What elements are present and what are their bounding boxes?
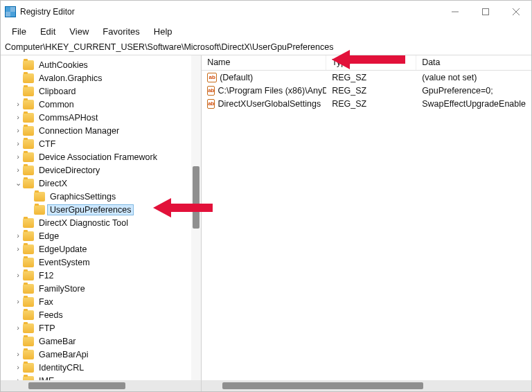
col-header-type[interactable]: Type bbox=[326, 55, 416, 70]
col-header-name[interactable]: Name bbox=[202, 55, 326, 70]
content-area: AuthCookiesAvalon.GraphicsClipboardCommo… bbox=[1, 55, 531, 391]
expander-icon[interactable] bbox=[13, 153, 23, 161]
tree-node[interactable]: IME bbox=[1, 374, 201, 380]
expander-icon[interactable] bbox=[13, 179, 23, 187]
folder-icon bbox=[23, 73, 34, 83]
tree-node-label: Common bbox=[37, 100, 76, 109]
value-data-cell: SwapEffectUpgradeEnable bbox=[416, 99, 531, 109]
menu-help[interactable]: Help bbox=[147, 25, 179, 38]
titlebar[interactable]: Registry Editor bbox=[1, 1, 531, 23]
expander-icon[interactable] bbox=[13, 350, 23, 358]
expander-icon[interactable] bbox=[13, 364, 23, 371]
tree-view[interactable]: AuthCookiesAvalon.GraphicsClipboardCommo… bbox=[1, 55, 201, 380]
menu-view[interactable]: View bbox=[62, 25, 96, 38]
tree-node[interactable]: CommsAPHost bbox=[1, 111, 201, 124]
minimize-button[interactable] bbox=[440, 1, 470, 23]
folder-icon bbox=[23, 271, 34, 280]
tree-node[interactable]: DirectX Diagnostic Tool bbox=[1, 216, 201, 229]
expander-icon[interactable] bbox=[13, 271, 23, 279]
tree-node[interactable]: EdgeUpdate bbox=[1, 242, 201, 256]
folder-icon bbox=[23, 258, 34, 267]
tree-node[interactable]: Device Association Framework bbox=[1, 150, 201, 163]
scroll-thumb[interactable] bbox=[28, 382, 125, 389]
tree-node[interactable]: Common bbox=[1, 98, 201, 111]
tree-node-label: GameBarApi bbox=[37, 350, 91, 359]
list-row[interactable]: ab(Default)REG_SZ(value not set) bbox=[202, 71, 531, 84]
value-type-cell: REG_SZ bbox=[326, 86, 416, 96]
folder-icon bbox=[23, 323, 34, 333]
expander-icon[interactable] bbox=[13, 114, 23, 121]
scroll-thumb[interactable] bbox=[193, 166, 200, 229]
tree-node[interactable]: DeviceDirectory bbox=[1, 163, 201, 177]
tree-node-label: Avalon.Graphics bbox=[37, 73, 105, 83]
expander-icon[interactable] bbox=[13, 166, 23, 174]
maximize-button[interactable] bbox=[470, 1, 501, 23]
tree-node-label: UserGpuPreferences bbox=[48, 205, 133, 215]
tree-node-label: GameBar bbox=[37, 337, 78, 346]
list-row[interactable]: abDirectXUserGlobalSettingsREG_SZSwapEff… bbox=[202, 97, 531, 110]
folder-icon bbox=[23, 297, 34, 307]
expander-icon[interactable] bbox=[13, 232, 23, 240]
expander-icon[interactable] bbox=[13, 245, 23, 253]
tree-node-label: DeviceDirectory bbox=[37, 166, 102, 175]
tree-node[interactable]: EventSystem bbox=[1, 256, 201, 269]
tree-node-label: Connection Manager bbox=[37, 126, 121, 136]
value-name-text: (Default) bbox=[220, 73, 253, 82]
tree-node[interactable]: GameBarApi bbox=[1, 348, 201, 361]
address-bar[interactable]: Computer\HKEY_CURRENT_USER\Software\Micr… bbox=[1, 39, 531, 55]
tree-node-label: FamilyStore bbox=[37, 284, 87, 294]
tree-node-label: EdgeUpdate bbox=[37, 244, 89, 254]
tree-node-label: CommsAPHost bbox=[37, 113, 100, 123]
tree-node-label: FTP bbox=[37, 323, 57, 333]
tree-node[interactable]: AuthCookies bbox=[1, 58, 201, 71]
folder-icon bbox=[23, 231, 34, 241]
folder-icon bbox=[23, 60, 34, 70]
tree-node[interactable]: Clipboard bbox=[1, 84, 201, 98]
list-row[interactable]: abC:\Program Files (x86)\AnyD...REG_SZGp… bbox=[202, 84, 531, 97]
string-value-icon: ab bbox=[207, 73, 217, 82]
expander-icon[interactable] bbox=[13, 127, 23, 134]
expander-icon[interactable] bbox=[13, 324, 23, 332]
value-data-cell: GpuPreference=0; bbox=[416, 86, 531, 96]
tree-node[interactable]: DirectX bbox=[1, 177, 201, 190]
tree-node[interactable]: Connection Manager bbox=[1, 124, 201, 137]
expander-icon[interactable] bbox=[13, 100, 23, 108]
expander-icon[interactable] bbox=[13, 140, 23, 148]
tree-node[interactable]: Avalon.Graphics bbox=[1, 71, 201, 84]
tree-node[interactable]: GameBar bbox=[1, 335, 201, 348]
col-header-data[interactable]: Data bbox=[416, 55, 531, 70]
folder-icon bbox=[23, 376, 34, 381]
value-name-cell: ab(Default) bbox=[202, 73, 326, 82]
tree-node-label: DirectX bbox=[37, 179, 69, 188]
scroll-thumb[interactable] bbox=[222, 382, 423, 389]
menu-favorites[interactable]: Favorites bbox=[96, 25, 146, 38]
tree-node[interactable]: GraphicsSettings bbox=[1, 190, 201, 203]
menu-edit[interactable]: Edit bbox=[33, 25, 62, 38]
menu-file[interactable]: File bbox=[5, 25, 33, 38]
folder-icon bbox=[34, 205, 45, 215]
tree-horizontal-scrollbar[interactable] bbox=[1, 380, 201, 391]
tree-node[interactable]: Fax bbox=[1, 295, 201, 308]
tree-node-label: AuthCookies bbox=[37, 60, 90, 70]
tree-node[interactable]: Edge bbox=[1, 229, 201, 242]
tree-node-label: GraphicsSettings bbox=[48, 192, 118, 202]
close-button[interactable] bbox=[501, 1, 531, 23]
tree-node[interactable]: Feeds bbox=[1, 308, 201, 321]
tree-vertical-scrollbar[interactable] bbox=[191, 55, 201, 380]
values-list[interactable]: ab(Default)REG_SZ(value not set)abC:\Pro… bbox=[202, 71, 531, 380]
tree-node[interactable]: FTP bbox=[1, 321, 201, 335]
value-data-cell: (value not set) bbox=[416, 73, 531, 82]
values-horizontal-scrollbar[interactable] bbox=[202, 380, 531, 391]
tree-node[interactable]: F12 bbox=[1, 269, 201, 282]
tree-node[interactable]: FamilyStore bbox=[1, 282, 201, 295]
tree-node[interactable]: CTF bbox=[1, 137, 201, 150]
tree-node[interactable]: IdentityCRL bbox=[1, 361, 201, 374]
folder-icon bbox=[23, 310, 34, 320]
expander-icon[interactable] bbox=[13, 298, 23, 305]
tree-node-label: Edge bbox=[37, 231, 61, 241]
tree-node-label: Clipboard bbox=[37, 87, 78, 96]
string-value-icon: ab bbox=[207, 99, 215, 109]
tree-node-label: CTF bbox=[37, 139, 57, 149]
tree-node[interactable]: UserGpuPreferences bbox=[1, 203, 201, 216]
menubar: File Edit View Favorites Help bbox=[1, 23, 531, 39]
